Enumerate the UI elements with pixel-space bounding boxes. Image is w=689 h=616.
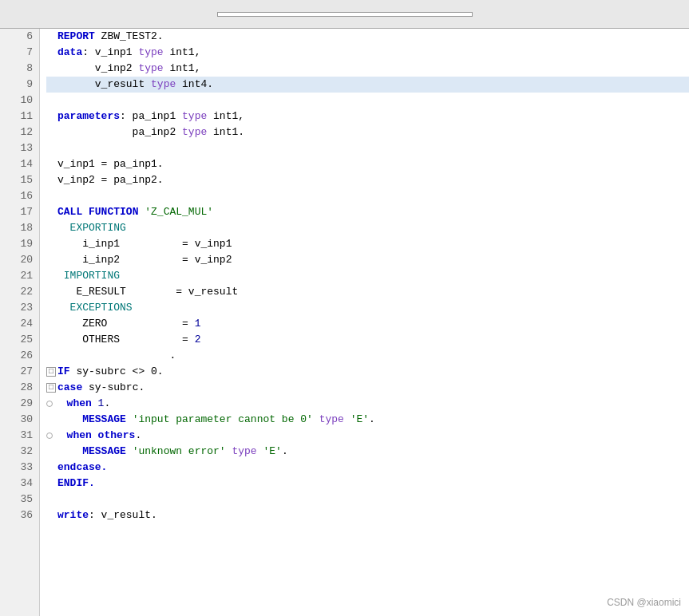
code-area: 6789101112131415161718192021222324252627… bbox=[0, 29, 689, 616]
line-number-20: 20 bbox=[0, 252, 39, 268]
code-line-26: . bbox=[46, 348, 689, 364]
code-line-7: data: v_inp1 type int1, bbox=[46, 45, 689, 61]
line-number-24: 24 bbox=[0, 316, 39, 332]
code-line-21: IMPORTING bbox=[46, 268, 689, 284]
code-line-29: when 1. bbox=[46, 396, 689, 412]
line-number-16: 16 bbox=[0, 188, 39, 204]
line-number-36: 36 bbox=[0, 507, 39, 523]
line-number-29: 29 bbox=[0, 396, 39, 412]
line-number-10: 10 bbox=[0, 93, 39, 109]
code-line-17: CALL FUNCTION 'Z_CAL_MUL' bbox=[46, 204, 689, 220]
line-numbers: 6789101112131415161718192021222324252627… bbox=[0, 29, 40, 616]
code-line-11: parameters: pa_inp1 type int1, bbox=[46, 109, 689, 124]
code-content[interactable]: REPORT ZBW_TEST2.data: v_inp1 type int1,… bbox=[40, 29, 689, 616]
line-number-32: 32 bbox=[0, 444, 39, 460]
code-line-23: EXCEPTIONS bbox=[46, 300, 689, 316]
line-number-7: 7 bbox=[0, 45, 39, 61]
line-number-21: 21 bbox=[0, 268, 39, 284]
line-number-19: 19 bbox=[0, 236, 39, 252]
line-number-35: 35 bbox=[0, 492, 39, 507]
line-number-8: 8 bbox=[0, 61, 39, 77]
line-number-17: 17 bbox=[0, 204, 39, 220]
code-line-12: pa_inp2 type int1. bbox=[46, 124, 689, 140]
line-number-23: 23 bbox=[0, 300, 39, 316]
code-line-35 bbox=[46, 492, 689, 507]
filename-display bbox=[217, 12, 473, 17]
branch-dot-31 bbox=[46, 432, 53, 439]
line-number-33: 33 bbox=[0, 460, 39, 476]
code-line-32: MESSAGE 'unknown error' type 'E'. bbox=[46, 444, 689, 460]
fold-icon-27[interactable]: □ bbox=[46, 367, 56, 377]
code-line-19: i_inp1 = v_inp1 bbox=[46, 236, 689, 252]
line-number-26: 26 bbox=[0, 348, 39, 364]
line-number-27: 27 bbox=[0, 364, 39, 380]
watermark: CSDN @xiaomici bbox=[607, 597, 681, 608]
code-line-20: i_inp2 = v_inp2 bbox=[46, 252, 689, 268]
code-line-36: write: v_result. bbox=[46, 507, 689, 523]
code-line-10 bbox=[46, 93, 689, 109]
code-line-27: □IF sy-subrc <> 0. bbox=[46, 364, 689, 380]
code-line-6: REPORT ZBW_TEST2. bbox=[46, 29, 689, 45]
code-line-9: v_result type int4. bbox=[46, 77, 689, 93]
fold-icon-28[interactable]: □ bbox=[46, 383, 56, 393]
code-line-8: v_inp2 type int1, bbox=[46, 61, 689, 77]
code-line-14: v_inp1 = pa_inp1. bbox=[46, 156, 689, 172]
code-line-31: when others. bbox=[46, 428, 689, 444]
line-number-15: 15 bbox=[0, 172, 39, 188]
code-line-15: v_inp2 = pa_inp2. bbox=[46, 172, 689, 188]
code-line-30: MESSAGE 'input parameter cannot be 0' ty… bbox=[46, 412, 689, 428]
line-number-12: 12 bbox=[0, 124, 39, 140]
code-line-33: endcase. bbox=[46, 460, 689, 476]
line-number-34: 34 bbox=[0, 476, 39, 492]
code-line-25: OTHERS = 2 bbox=[46, 332, 689, 348]
line-number-9: 9 bbox=[0, 77, 39, 93]
line-number-11: 11 bbox=[0, 109, 39, 124]
line-number-30: 30 bbox=[0, 412, 39, 428]
code-line-13 bbox=[46, 140, 689, 156]
line-number-25: 25 bbox=[0, 332, 39, 348]
line-number-18: 18 bbox=[0, 220, 39, 236]
code-line-16 bbox=[46, 188, 689, 204]
branch-dot-29 bbox=[46, 401, 53, 407]
code-line-34: ENDIF. bbox=[46, 476, 689, 492]
line-number-6: 6 bbox=[0, 29, 39, 45]
code-line-24: ZERO = 1 bbox=[46, 316, 689, 332]
line-number-28: 28 bbox=[0, 380, 39, 396]
code-line-22: E_RESULT = v_result bbox=[46, 284, 689, 300]
code-line-18: EXPORTING bbox=[46, 220, 689, 236]
line-number-31: 31 bbox=[0, 428, 39, 444]
line-number-14: 14 bbox=[0, 156, 39, 172]
line-number-22: 22 bbox=[0, 284, 39, 300]
code-line-28: □case sy-subrc. bbox=[46, 380, 689, 396]
header bbox=[0, 0, 689, 29]
line-number-13: 13 bbox=[0, 140, 39, 156]
